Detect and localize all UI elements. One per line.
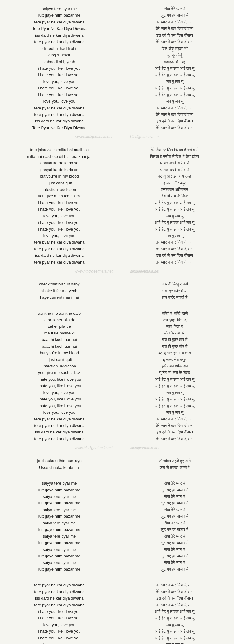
page-container: saiyya tere pyar me lutt gaye hum bazar … [0, 0, 234, 644]
lyrics-col-hi-3: चेक दी बिस्कुट बेबी सेक इट फॉर में या हा… [121, 281, 228, 301]
lyrics-section-7: tere pyar ne kar diya diwana tere pyar n… [0, 579, 234, 644]
lyrics-col-en-7: tere pyar ne kar diya diwana tere pyar n… [6, 582, 113, 644]
watermark-1: www.hindigeetmala.net Hindigeetmala.net [0, 135, 234, 139]
lyrics-col-hi-2: तेरे जैसा ज़ालिम मिलता है नसीब से मिलता … [121, 146, 228, 265]
lyrics-section-3: check that biscuit baby shake it for me … [0, 278, 234, 303]
watermark-3: www.hindigeetmala.net hindigeetmala.net [0, 446, 234, 450]
lyrics-col-en-3: check that biscuit baby shake it for me … [6, 281, 113, 301]
lyrics-section-1: saiyya tere pyar me lutt gaye hum bazar … [0, 3, 234, 133]
lyrics-col-hi-6: सैया तेरे प्यार में लुट गए हम बाजार में … [121, 480, 228, 572]
lyrics-col-en-5: jo chauka udhte hue jaye Usse chhaka keh… [6, 457, 113, 471]
lyrics-section-5: jo chauka udhte hue jaye Usse chhaka keh… [0, 455, 234, 473]
lyrics-col-en-1: saiyya tere pyar me lutt gaye hum bazar … [6, 6, 113, 131]
lyrics-col-hi-4: आँखों में आँखे डाले जरा ज़हर पिला दे ज़ह… [121, 310, 228, 442]
lyrics-col-en-2: tere jaisa zalim milta hai nasib se milt… [6, 146, 113, 265]
lyrics-col-hi-7: तेरे प्यार ने कर दिया दीवाना तेरे प्यार … [121, 582, 228, 644]
lyrics-section-6: saiyya tere pyar me lutt gaye hum bazar … [0, 478, 234, 575]
watermark-2: www.hindigeetmala.net hindigeetmala.net [0, 269, 234, 273]
lyrics-section-2: tere jaisa zalim milta hai nasib se milt… [0, 144, 234, 268]
lyrics-col-hi-1: सैया तेरे प्यार में लुट गए हम बाजार में … [121, 6, 228, 131]
lyrics-section-4: aankho me aankhe dale zara zeher pila de… [0, 308, 234, 445]
lyrics-col-en-4: aankho me aankhe dale zara zeher pila de… [6, 310, 113, 442]
lyrics-col-en-6: saiyya tere pyar me lutt gaye hum bazar … [6, 480, 113, 572]
lyrics-col-hi-5: जो चौका उड़ते हुए जाये उस से छक्का कहते … [121, 457, 228, 471]
